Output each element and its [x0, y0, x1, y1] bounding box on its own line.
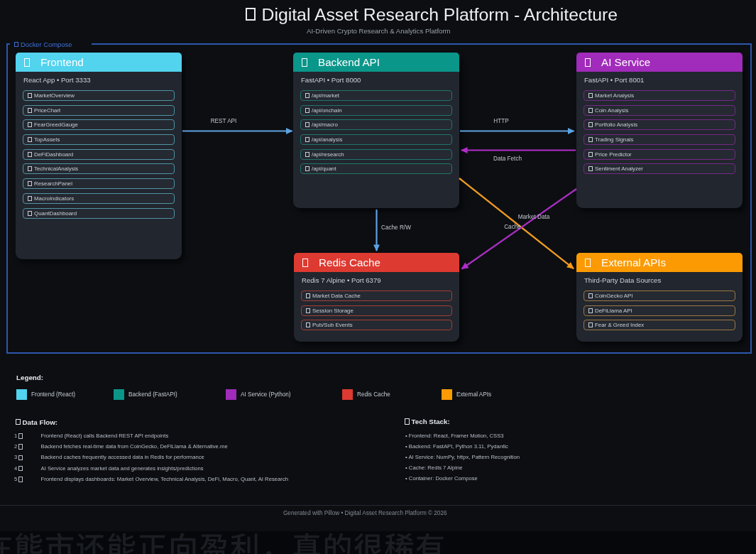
step-number: 4: [14, 465, 18, 472]
footer-divider: [0, 505, 756, 506]
component-item-label: Price Predictor: [595, 151, 632, 158]
component-item-label: DeFiLlama API: [595, 308, 632, 314]
service-box-header: Backend API: [293, 53, 459, 72]
missing-emoji-box-icon: [588, 166, 593, 171]
component-item: Market Data Cache: [301, 290, 452, 301]
component-item: Price Predictor: [584, 149, 735, 160]
component-item-label: /api/research: [312, 151, 344, 158]
tech-stack-heading: Tech Stack:: [405, 418, 450, 425]
arrow-label-rest-api: REST API: [211, 118, 237, 124]
step-number: 1: [14, 433, 18, 440]
legend-label: Frontend (React): [31, 391, 75, 398]
component-item: /api/analysis: [300, 134, 452, 145]
data-flow-step: 5Frontend displays dashboards: Market Ov…: [14, 476, 288, 483]
component-item-label: MacroIndicators: [34, 195, 74, 202]
missing-emoji-box-icon: [28, 211, 32, 216]
service-box-header: Redis Cache: [294, 253, 459, 272]
component-item: CoinGecko API: [584, 290, 735, 301]
step-number: 2: [14, 443, 18, 450]
component-item-label: Coin Analysis: [595, 107, 628, 114]
component-item-label: Trading Signals: [595, 136, 634, 143]
missing-emoji-box-icon: [305, 137, 309, 142]
missing-emoji-box-icon: [246, 8, 256, 21]
legend-color-swatch: [442, 389, 452, 400]
subtitle-glyph: [16, 533, 43, 554]
legend-label: Redis Cache: [357, 391, 390, 398]
component-item: /api/market: [300, 90, 452, 101]
component-item: MacroIndicators: [23, 193, 175, 204]
missing-emoji-box-icon: [588, 137, 593, 142]
component-item: Sentiment Analyzer: [584, 163, 735, 174]
component-item: FearGreedGauge: [23, 119, 175, 130]
arrow-label-market-data: Market Data: [518, 214, 550, 220]
footer-credit: Generated with Pillow • Digital Asset Re…: [283, 510, 447, 516]
data-flow-step: 4AI Service analyzes market data and gen…: [14, 465, 204, 472]
data-flow-step: 3Backend caches frequently accessed data…: [14, 454, 204, 461]
component-item: TechnicalAnalysis: [23, 163, 175, 174]
subtitle-glyph: [46, 533, 73, 554]
step-number: 5: [14, 476, 18, 483]
service-box-subtitle: Third-Party Data Sources: [584, 276, 661, 284]
missing-emoji-box-icon: [305, 108, 309, 113]
service-box-header: AI Service: [576, 53, 743, 72]
missing-emoji-box-icon: [28, 166, 32, 171]
subtitle-glyph: [325, 533, 351, 554]
missing-emoji-box-icon: [28, 137, 32, 142]
step-text: Backend fetches real-time data from Coin…: [41, 443, 228, 450]
missing-emoji-box-icon: [405, 418, 410, 425]
service-box-redis-cache: Redis Cache Redis 7 Alpine • Port 6379 M…: [294, 253, 459, 342]
missing-emoji-box-icon: [18, 433, 23, 439]
step-text: Backend caches frequently accessed data …: [41, 454, 204, 461]
missing-emoji-box-icon: [306, 308, 310, 313]
legend-label: Backend (FastAPI): [128, 391, 177, 398]
step-text: AI Service analyzes market data and gene…: [41, 465, 204, 472]
component-item-label: Portfolio Analysis: [595, 121, 637, 128]
service-box-items: Market AnalysisCoin AnalysisPortfolio An…: [584, 90, 735, 178]
subtitle-glyph: [200, 534, 228, 554]
subtitle-glyph: [108, 533, 135, 554]
video-subtitle-overlay: [0, 529, 756, 554]
missing-emoji-box-icon: [28, 122, 32, 127]
service-box-frontend: Frontend React App • Port 3333 MarketOve…: [16, 53, 182, 259]
service-box-title: Frontend: [40, 56, 84, 68]
subtitle-glyph: [265, 551, 272, 554]
missing-emoji-box-icon: [588, 308, 593, 313]
subtitle-glyph: [416, 533, 443, 554]
service-box-ai-service: AI Service FastAPI • Port 8001 Market An…: [576, 53, 743, 208]
missing-emoji-box-icon: [28, 181, 32, 186]
component-item-label: FearGreedGauge: [34, 121, 78, 128]
legend-item: Backend (FastAPI): [114, 389, 177, 400]
component-item: DeFiDashboard: [23, 149, 175, 160]
diagram-layer: Digital Asset Research Platform - Archit…: [0, 0, 756, 554]
subtitle-glyph: [231, 533, 258, 554]
component-item: Pub/Sub Events: [301, 320, 452, 330]
component-item-label: Market Data Cache: [312, 293, 361, 299]
component-item: Portfolio Analysis: [584, 119, 735, 130]
service-box-title: Backend API: [318, 56, 380, 68]
data-flow-step: 1Frontend (React) calls Backend REST API…: [14, 433, 168, 440]
step-text: Frontend (React) calls Backend REST API …: [41, 433, 169, 440]
missing-emoji-box-icon: [305, 122, 309, 127]
service-box-items: /api/market/api/onchain/api/macro/api/an…: [300, 90, 452, 178]
arrow-label-data-fetch: Data Fetch: [493, 156, 522, 162]
missing-emoji-box-icon: [305, 166, 309, 171]
legend-item: Redis Cache: [342, 389, 390, 400]
service-box-items: CoinGecko APIDeFiLlama APIFear & Greed I…: [584, 290, 735, 335]
component-item-label: /api/analysis: [312, 136, 342, 143]
subtitle-glyph: [293, 533, 320, 554]
service-box-title: AI Service: [601, 56, 650, 68]
data-flow-heading: Data Flow:: [16, 418, 57, 426]
legend-label: AI Service (Python): [241, 391, 291, 398]
missing-emoji-box-icon: [588, 93, 593, 98]
service-box-items: MarketOverviewPriceChartFearGreedGaugeTo…: [23, 90, 175, 222]
component-item: PriceChart: [23, 105, 175, 116]
subtitle-glyph: [354, 533, 383, 554]
missing-emoji-box-icon: [588, 293, 593, 298]
legend-color-swatch: [226, 389, 236, 400]
component-item-label: ResearchPanel: [34, 180, 72, 187]
step-number: 3: [14, 454, 18, 461]
subtitle-glyph: [0, 533, 11, 554]
tech-stack-entry: • AI Service: NumPy, httpx, Pattern Reco…: [405, 454, 520, 461]
component-item: Market Analysis: [584, 90, 735, 101]
arrow-label-http: HTTP: [493, 118, 508, 124]
